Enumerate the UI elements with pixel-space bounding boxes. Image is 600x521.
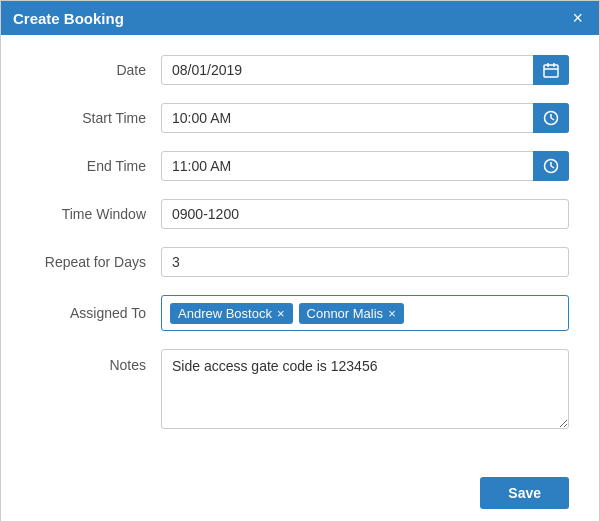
end-time-input[interactable] [161, 151, 569, 181]
notes-input[interactable]: Side access gate code is 123456 [161, 349, 569, 429]
create-booking-dialog: Create Booking × Date Start Time [0, 0, 600, 521]
close-button[interactable]: × [568, 9, 587, 27]
start-time-input[interactable] [161, 103, 569, 133]
end-time-label: End Time [31, 158, 161, 174]
notes-control: Side access gate code is 123456 [161, 349, 569, 429]
dialog-title: Create Booking [13, 10, 124, 27]
start-time-row: Start Time [31, 103, 569, 133]
tags-field[interactable]: Andrew Bostock × Connor Malis × [161, 295, 569, 331]
repeat-row: Repeat for Days [31, 247, 569, 277]
time-window-control [161, 199, 569, 229]
dialog-footer: Save [1, 467, 599, 521]
save-button[interactable]: Save [480, 477, 569, 509]
start-time-icon[interactable] [533, 103, 569, 133]
date-input[interactable] [161, 55, 569, 85]
tag-andrew-bostock: Andrew Bostock × [170, 303, 293, 324]
tag-connor-malis: Connor Malis × [299, 303, 404, 324]
assigned-to-control: Andrew Bostock × Connor Malis × [161, 295, 569, 331]
assigned-to-label: Assigned To [31, 305, 161, 321]
svg-line-6 [551, 118, 554, 120]
tag-close-connor[interactable]: × [388, 307, 396, 320]
notes-label: Notes [31, 349, 161, 373]
start-time-control [161, 103, 569, 133]
start-time-label: Start Time [31, 110, 161, 126]
repeat-control [161, 247, 569, 277]
time-window-row: Time Window [31, 199, 569, 229]
dialog-header: Create Booking × [1, 1, 599, 35]
svg-line-9 [551, 166, 554, 168]
repeat-input[interactable] [161, 247, 569, 277]
notes-row: Notes Side access gate code is 123456 [31, 349, 569, 429]
tag-close-andrew[interactable]: × [277, 307, 285, 320]
assigned-to-row: Assigned To Andrew Bostock × Connor Mali… [31, 295, 569, 331]
end-time-control [161, 151, 569, 181]
end-time-icon[interactable] [533, 151, 569, 181]
date-control [161, 55, 569, 85]
tag-name: Connor Malis [307, 306, 384, 321]
time-window-input[interactable] [161, 199, 569, 229]
date-row: Date [31, 55, 569, 85]
tag-name: Andrew Bostock [178, 306, 272, 321]
time-window-label: Time Window [31, 206, 161, 222]
end-time-row: End Time [31, 151, 569, 181]
repeat-label: Repeat for Days [31, 254, 161, 270]
dialog-body: Date Start Time [1, 35, 599, 467]
date-label: Date [31, 62, 161, 78]
svg-rect-0 [544, 65, 558, 77]
calendar-icon[interactable] [533, 55, 569, 85]
